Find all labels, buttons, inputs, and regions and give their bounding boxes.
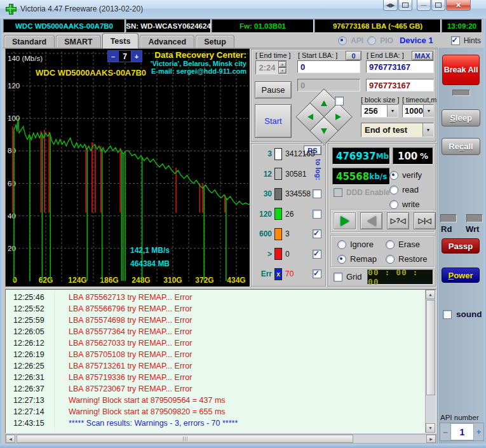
zoom-in-button[interactable]: + [132,51,142,62]
play-button[interactable] [334,212,356,229]
end-time-up-icon[interactable]: ▲ [278,61,287,67]
break-all-button[interactable]: Break All [442,55,480,85]
access-mode-row: verify [389,168,422,182]
log-entry[interactable]: 12:26:05LBA 875577364 try REMAP... Error [6,326,425,337]
hscroll-thumb[interactable] [17,435,353,443]
right-arrow-icon [335,114,341,120]
log-entry[interactable]: 12:43:15***** Scan results: Warnings - 3… [6,417,425,429]
power-label-u: P [448,271,454,280]
svg-text:80: 80 [8,147,16,154]
erase-radio[interactable] [386,240,395,249]
legend-log-checkbox-30[interactable] [313,189,321,198]
start-button[interactable]: Start [255,104,292,138]
verify-radio[interactable] [389,171,398,180]
api-number-plus-button[interactable]: + [474,423,483,440]
log-entry[interactable]: 12:25:46LBA 875562713 try REMAP... Error [6,292,425,303]
ignore-radio[interactable] [337,240,346,249]
read-radio[interactable] [389,186,398,194]
rd-label: Rd [441,224,452,234]
max-lba-button[interactable]: MAX [412,51,433,60]
remap-radio[interactable] [337,255,346,264]
percent-unit: % [420,151,428,161]
timeout-dropdown-icon[interactable]: ▼ [423,105,434,117]
tab-strip: StandardSMARTTestsAdvancedSetup [3,33,234,48]
after-action-dropdown-icon[interactable]: ▼ [422,123,433,137]
device-selector[interactable]: Device 1 [400,36,433,45]
legend-color-swatch [274,148,282,160]
log-vertical-scrollbar[interactable]: ▲ ▼ [425,290,436,433]
maximize-button[interactable] [431,0,445,11]
sound-checkbox[interactable] [443,310,452,319]
back-icon [367,216,376,226]
access-mode-radios: verifyreadwrite [389,168,422,212]
block-size-dropdown-icon[interactable]: ▼ [387,105,398,117]
log-entry[interactable]: 12:27:13Warning! Block start at 87950956… [6,395,425,406]
tab-tests[interactable]: Tests [102,33,139,48]
log-scroll-thumb[interactable] [426,300,435,395]
restore-radio[interactable] [386,255,395,264]
log-entry[interactable]: 12:26:12LBA 875627033 try REMAP... Error [6,337,425,349]
scroll-down-icon[interactable]: ▼ [426,423,435,433]
legend-row-12: 1230581 [254,167,323,181]
after-action-select[interactable]: End of test ▼ [361,123,434,137]
legend-log-checkbox-err[interactable] [313,269,321,278]
end-lba-input[interactable]: 976773167 [366,60,434,73]
ddd-enable-checkbox[interactable] [334,188,342,197]
legend-log-checkbox-600[interactable] [313,229,321,238]
passp-button[interactable]: Passp [442,238,480,254]
seek-random-button[interactable]: ▷?◁ [387,212,409,229]
sleep-button[interactable]: Sleep [442,109,480,126]
error-action-row: Restore [386,254,431,264]
zoom-out-button[interactable]: – [108,51,118,62]
api-radio[interactable] [338,36,347,45]
log-area[interactable]: 12:25:46LBA 875562713 try REMAP... Error… [5,289,436,433]
log-horizontal-scrollbar[interactable]: ◀ ▶ [5,434,436,444]
api-number-minus-button[interactable]: – [440,423,450,440]
end-time-spinner[interactable]: 2:24 ▲ ▼ [255,60,287,74]
scroll-left-icon[interactable]: ◀ [6,435,15,443]
hints-checkbox[interactable] [451,36,460,45]
start-lba-input[interactable]: 0 [297,60,360,73]
log-entry[interactable]: 12:26:25LBA 875713261 try REMAP... Error [6,360,425,372]
panel-toggle-button[interactable]: ◀▶ [383,0,398,11]
back-button[interactable] [360,212,382,229]
tab-setup[interactable]: Setup [196,35,234,48]
legend-log-checkbox-120[interactable] [313,210,321,219]
legend-log-checkbox->[interactable] [313,250,321,259]
minimize-button[interactable]: — [417,0,431,11]
start-lba-zero-button[interactable]: 0 [346,51,361,60]
detach-window-button[interactable] [398,0,412,11]
timeout-select[interactable]: 1000 ▼ [402,104,434,118]
recall-button[interactable]: Recall [442,138,480,155]
scroll-right-icon[interactable]: ▶ [426,435,436,443]
log-timestamp: 12:27:13 [6,396,54,405]
log-entry[interactable]: 12:25:59LBA 875574698 try REMAP... Error [6,315,425,326]
log-entry[interactable]: 12:26:31LBA 875719336 try REMAP... Error [6,372,425,383]
titlebar[interactable]: Victoria 4.47 Freeware (2013-02-20) ◀▶ —… [0,0,486,19]
close-button[interactable]: ✕ [446,0,471,11]
seek-pad-checkbox[interactable] [335,97,344,105]
log-timestamp: 12:25:52 [6,304,54,313]
legend-color-swatch [274,168,282,180]
log-entry[interactable]: 12:26:37LBA 875723067 try REMAP... Error [6,383,425,395]
mode-area: API PIO Device 1 Hints [338,33,481,48]
tab-standard[interactable]: Standard [4,35,55,48]
grid-checkbox[interactable] [334,273,342,282]
log-message: LBA 875577364 try REMAP... Error [54,326,192,337]
pio-radio[interactable] [367,36,376,45]
log-message: LBA 875713261 try REMAP... Error [54,360,192,372]
pause-button[interactable]: Pause [255,81,292,98]
api-number-value[interactable]: 1 [450,423,474,440]
write-radio[interactable] [389,200,398,209]
log-entry[interactable]: 12:26:19LBA 875705108 try REMAP... Error [6,349,425,360]
seek-edge-button[interactable]: ▷|◁ [414,212,436,229]
log-entry[interactable]: 12:27:14Warning! Block start at 87950982… [6,406,425,417]
log-timestamp: 12:26:05 [6,327,54,336]
scroll-up-icon[interactable]: ▲ [426,290,435,299]
log-entry[interactable]: 12:25:52LBA 875566796 try REMAP... Error [6,303,425,315]
power-button[interactable]: Power [442,268,480,283]
block-size-select[interactable]: 256 ▼ [361,104,398,118]
tab-advanced[interactable]: Advanced [140,35,194,48]
end-time-down-icon[interactable]: ▼ [278,67,287,74]
tab-smart[interactable]: SMART [56,35,100,48]
